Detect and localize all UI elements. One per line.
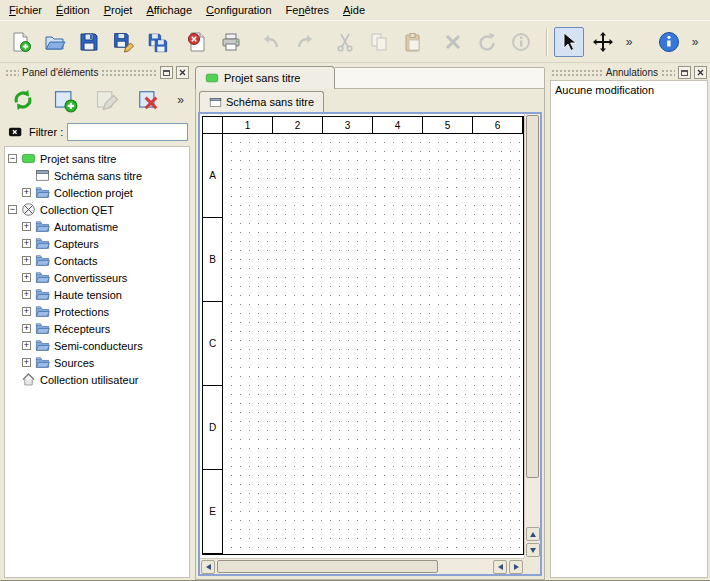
save-button[interactable] [74,27,104,57]
copy-button[interactable] [364,27,394,57]
expand-icon[interactable]: + [22,324,31,333]
row-header-E: E [203,470,223,554]
expand-icon[interactable]: + [22,341,31,350]
dock-grip[interactable] [661,69,675,76]
scrollbar-track[interactable] [216,559,492,574]
tree-item-label: Schéma sans titre [54,170,142,182]
save-all-button[interactable] [142,27,172,57]
diagram-canvas[interactable]: 123456ABCDE [200,114,524,558]
tab-schema-sans-titre[interactable]: Schéma sans titre [199,91,324,112]
scrollbar-thumb[interactable] [526,115,539,478]
undo-empty-text: Aucune modification [555,84,654,96]
collapse-icon[interactable]: − [8,205,17,214]
delete-element-button[interactable] [133,84,163,116]
dock-grip[interactable] [551,69,603,76]
tree-item-semi-conducteurs[interactable]: +Semi-conducteurs [5,337,189,354]
menu-configuration[interactable]: Configuration [199,1,278,19]
dock-close-button[interactable] [176,66,189,79]
dock-grip[interactable] [101,69,157,76]
tree-item-protections[interactable]: +Protections [5,303,189,320]
tree-item-recepteurs[interactable]: +Récepteurs [5,320,189,337]
tree-item-schema-sans-titre[interactable]: Schéma sans titre [5,167,189,184]
diagram-grid[interactable] [223,134,523,554]
save-as-button[interactable] [108,27,138,57]
expand-icon[interactable]: + [22,290,31,299]
tree-item-label: Collection QET [40,204,114,216]
dock-grip[interactable] [5,69,19,76]
new-element-button[interactable] [50,84,80,116]
toolbar-group: » [654,27,702,57]
tree-item-automatisme[interactable]: +Automatisme [5,218,189,235]
dock-float-button[interactable] [160,66,173,79]
close-icon [697,69,704,76]
clear-filter-icon[interactable] [6,124,25,140]
undo-history-list[interactable]: Aucune modification [550,80,708,578]
edit-element-button[interactable] [92,84,122,116]
menu-aide[interactable]: Aide [336,1,372,19]
scroll-left-button[interactable] [201,560,215,574]
chevron-overflow-button[interactable]: » [688,27,702,57]
paste-button[interactable] [398,27,428,57]
redo-button[interactable] [290,27,320,57]
scrollbar-thumb[interactable] [217,560,438,573]
scroll-down-button[interactable] [526,543,540,557]
select-arrow-button[interactable] [554,27,584,57]
expand-icon[interactable]: + [22,307,31,316]
tree-item-haute-tension[interactable]: +Haute tension [5,286,189,303]
cut-button[interactable] [330,27,360,57]
scroll-right-button[interactable] [509,560,523,574]
expand-icon[interactable]: + [22,188,31,197]
tree-item-contacts[interactable]: +Contacts [5,252,189,269]
scrollbar-corner [524,558,540,574]
scroll-up-button[interactable] [526,527,540,541]
filter-input[interactable] [67,123,188,141]
chevron-overflow-button[interactable]: » [622,27,636,57]
main-toolbar: »» [0,21,710,63]
expand-icon[interactable]: + [22,273,31,282]
vertical-scrollbar[interactable] [524,114,540,558]
menu-affichage[interactable]: Affichage [139,1,199,19]
collapse-icon[interactable]: − [8,154,17,163]
expand-icon[interactable]: + [22,239,31,248]
tree-item-label: Contacts [54,255,97,267]
expand-icon[interactable]: + [22,222,31,231]
expand-icon[interactable]: + [22,358,31,367]
elements-toolbar-overflow-button[interactable]: » [175,93,186,107]
close-document-button[interactable] [182,27,212,57]
new-document-button[interactable] [6,27,36,57]
arrow-up-icon [530,532,536,537]
menu-projet[interactable]: Projet [97,1,140,19]
tree-item-collection-utilisateur[interactable]: Collection utilisateur [5,371,189,388]
tree-item-convertisseurs[interactable]: +Convertisseurs [5,269,189,286]
print-button[interactable] [216,27,246,57]
about-info-button[interactable] [654,27,684,57]
project-window: Schéma sans titre 123456ABCDE [195,89,545,580]
dock-close-button[interactable] [694,66,707,79]
menu-fenetres[interactable]: Fenêtres [279,1,336,19]
tab-projet-sans-titre[interactable]: Projet sans titre [195,66,335,89]
project-icon [205,71,219,85]
reload-collections-button[interactable] [8,84,38,116]
tree-item-capteurs[interactable]: +Capteurs [5,235,189,252]
scroll-left-button-2[interactable] [493,560,507,574]
tree-item-sources[interactable]: +Sources [5,354,189,371]
tree-item-projet-sans-titre[interactable]: −Projet sans titre [5,150,189,167]
dock-float-button[interactable] [678,66,691,79]
scrollbar-track[interactable] [525,114,540,526]
open-document-button[interactable] [40,27,70,57]
menu-fichier[interactable]: Fichier [2,1,49,19]
folder-icon [35,219,50,234]
tree-item-collection-projet[interactable]: +Collection projet [5,184,189,201]
rotate-button[interactable] [472,27,502,57]
elements-panel-title: Panel d'éléments [22,67,98,78]
toolbar-group [438,27,536,57]
arrow-left-icon [498,564,503,570]
undo-button[interactable] [256,27,286,57]
expand-icon[interactable]: + [22,256,31,265]
move-tool-button[interactable] [588,27,618,57]
horizontal-scrollbar[interactable] [200,558,524,574]
menu-edition[interactable]: Édition [49,1,97,19]
properties-button[interactable] [506,27,536,57]
tree-item-collection-qet[interactable]: −Collection QET [5,201,189,218]
delete-button[interactable] [438,27,468,57]
